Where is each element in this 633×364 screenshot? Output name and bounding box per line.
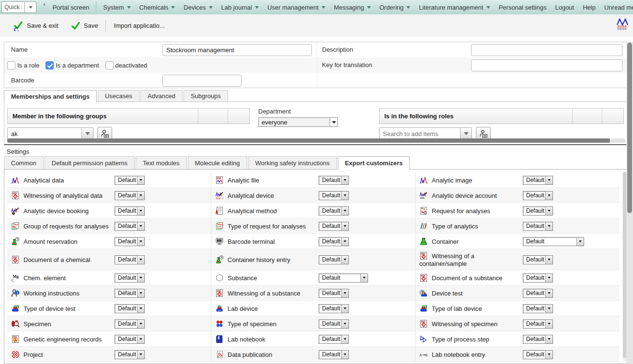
amount-reservation-select[interactable]: Default bbox=[115, 237, 145, 246]
analytic-file-select[interactable]: Default bbox=[319, 176, 349, 185]
type-of-process-step-select[interactable]: Default bbox=[523, 335, 553, 344]
lab-device-select[interactable]: Default bbox=[319, 304, 349, 313]
genetic-engineering-records-select[interactable]: Default bbox=[115, 335, 145, 344]
save-and-exit-button[interactable]: Save & exit bbox=[13, 21, 58, 31]
witnessing-of-a-substance-select[interactable]: Default bbox=[319, 289, 349, 298]
chem-element-select[interactable]: Default bbox=[115, 273, 145, 283]
checkbox-deactivated[interactable]: deactivated bbox=[105, 61, 148, 69]
type-of-request-for-analyses-select[interactable]: Default bbox=[319, 222, 349, 231]
tab-working-safety-instructions[interactable]: Working safety instructions bbox=[248, 156, 337, 169]
tab-molecule-editing[interactable]: Molecule editing bbox=[188, 156, 247, 169]
menu-item-chemicals[interactable]: Chemicals bbox=[135, 0, 180, 14]
checkbox-box[interactable] bbox=[46, 61, 54, 69]
analytic-device-booking-select[interactable]: Default bbox=[115, 206, 145, 216]
key-for-translation-input[interactable] bbox=[471, 59, 622, 71]
select-slot: Default bbox=[115, 334, 145, 344]
import-application-button[interactable]: Import applicatio... bbox=[114, 22, 164, 29]
tab-text-modules[interactable]: Text modules bbox=[136, 156, 187, 169]
quick-search-dropdown-button[interactable] bbox=[24, 1, 36, 13]
device-test-select[interactable]: Default bbox=[523, 289, 553, 298]
menu-item-unread-messages[interactable]: Unread messages bbox=[600, 0, 633, 14]
container-select[interactable]: Default bbox=[523, 237, 584, 246]
type-of-analytics-select[interactable]: Default bbox=[523, 222, 553, 231]
analytical-method-select[interactable]: Default bbox=[319, 206, 349, 216]
pdf-biohazard-icon: PDF bbox=[11, 335, 20, 343]
container-history-entry-select[interactable]: Default bbox=[319, 255, 349, 264]
witnessing-of-a-container-sample-select[interactable]: Default bbox=[523, 255, 553, 264]
document-of-a-chemical-select[interactable]: Default bbox=[115, 255, 145, 264]
analytic-device-account-select[interactable]: Default bbox=[523, 191, 553, 200]
tab-usecases[interactable]: Usecases bbox=[98, 90, 139, 102]
ab-entry-icon: AB bbox=[419, 350, 428, 359]
type-of-lab-device-select[interactable]: Default bbox=[523, 304, 553, 313]
groups-table: Member in the following groups bbox=[7, 108, 250, 140]
export-customizers-panel: Analytical dataDefaultPDFAnalytic fileDe… bbox=[4, 169, 629, 364]
export-customizers-grid: Analytical dataDefaultPDFAnalytic fileDe… bbox=[7, 172, 620, 362]
lab-notebook-select[interactable]: Default bbox=[319, 335, 349, 344]
name-input[interactable] bbox=[162, 44, 312, 56]
type-of-specimen-select[interactable]: Default bbox=[319, 319, 349, 329]
favorite-star-icon[interactable]: * bbox=[43, 2, 46, 9]
horizontal-scrollbar[interactable] bbox=[7, 138, 625, 143]
horizontal-scrollbar-thumb[interactable] bbox=[7, 138, 610, 143]
menu-item-devices[interactable]: Devices bbox=[179, 0, 217, 14]
tab-default-permission-patterns[interactable]: Default permission patterns bbox=[45, 156, 135, 169]
chevron-down-icon bbox=[127, 6, 131, 9]
witnessing-of-analytical-data-select[interactable]: Default bbox=[115, 191, 145, 200]
menu-item-system[interactable]: System bbox=[99, 0, 135, 14]
type-of-device-test-select[interactable]: Default bbox=[115, 304, 145, 313]
tab-advanced[interactable]: Advanced bbox=[140, 90, 183, 102]
request-for-analyses-select[interactable]: Default bbox=[523, 206, 553, 216]
lab-notebook-entry-select[interactable]: Default bbox=[523, 350, 553, 359]
tab-subgroups[interactable]: Subgroups bbox=[184, 90, 228, 102]
chevron-down-icon bbox=[255, 6, 259, 9]
checkbox-is-a-role[interactable]: Is a role bbox=[7, 61, 39, 69]
vertical-scrollbar-thumb[interactable] bbox=[627, 43, 632, 213]
setting-label: Analytical method bbox=[228, 207, 277, 215]
svg-text:!: ! bbox=[15, 195, 16, 198]
analytical-device-select[interactable]: Default bbox=[319, 191, 349, 200]
menu-item-logout[interactable]: Logout bbox=[551, 0, 578, 14]
menu-item-portal-screen[interactable]: Portal screen bbox=[48, 0, 94, 14]
substance-select[interactable]: Default bbox=[319, 273, 368, 283]
working-instructions-select[interactable]: Default bbox=[115, 289, 145, 298]
barcode-input[interactable] bbox=[162, 75, 242, 87]
select-value: Default bbox=[319, 192, 341, 200]
menu-item-lab-journal[interactable]: Lab journal bbox=[217, 0, 263, 14]
select-value: Default bbox=[115, 207, 137, 215]
setting-cell-barcode-terminal: Barcode terminalDefault bbox=[211, 234, 415, 249]
group-of-requests-for-analyses-select[interactable]: Default bbox=[115, 222, 145, 231]
tab-memberships-and-settings[interactable]: Memberships and settings bbox=[4, 90, 97, 102]
menu-item-messaging[interactable]: Messaging bbox=[330, 0, 375, 14]
setting-label: Barcode terminal bbox=[228, 238, 275, 245]
menu-item-ordering[interactable]: Ordering bbox=[375, 0, 415, 14]
menu-item-literature-management[interactable]: Literature management bbox=[414, 0, 494, 14]
specimen-select[interactable]: Default bbox=[115, 319, 145, 329]
project-select[interactable]: Default bbox=[115, 350, 145, 359]
save-button[interactable]: Save bbox=[71, 21, 98, 31]
setting-item: Analytic device booking bbox=[11, 206, 114, 215]
checkbox-is-a-department[interactable]: Is a department bbox=[46, 61, 99, 69]
witnessing-of-specimen-select[interactable]: Default bbox=[523, 319, 553, 329]
menu-item-user-management[interactable]: User management bbox=[263, 0, 330, 14]
tab-export-customizers[interactable]: Export customizers bbox=[338, 156, 410, 170]
barcode-terminal-select[interactable]: Default bbox=[319, 237, 349, 246]
checkbox-box[interactable] bbox=[105, 61, 114, 69]
analytical-data-select[interactable]: Default bbox=[115, 176, 145, 185]
vertical-scrollbar[interactable] bbox=[626, 42, 633, 364]
menu-item-help[interactable]: Help bbox=[578, 0, 600, 14]
document-of-a-substance-select[interactable]: Default bbox=[523, 273, 553, 283]
main-tabs: Memberships and settingsUsecasesAdvanced… bbox=[4, 90, 228, 102]
checkbox-box[interactable] bbox=[7, 61, 15, 69]
description-input[interactable] bbox=[471, 44, 622, 56]
analytic-image-select[interactable]: Default bbox=[523, 176, 553, 185]
device-green-icon bbox=[419, 304, 428, 313]
tab-common[interactable]: Common bbox=[4, 156, 44, 169]
quick-search-input[interactable] bbox=[1, 1, 24, 13]
select-value: Default bbox=[523, 274, 545, 282]
menu-item-personal-settings[interactable]: Personal settings bbox=[495, 0, 551, 14]
department-select[interactable]: everyone bbox=[258, 117, 338, 127]
app-logo-icon bbox=[616, 18, 629, 32]
setting-item: ReqType of request for analyses bbox=[215, 222, 318, 230]
data-publication-select[interactable]: Default bbox=[319, 350, 349, 359]
